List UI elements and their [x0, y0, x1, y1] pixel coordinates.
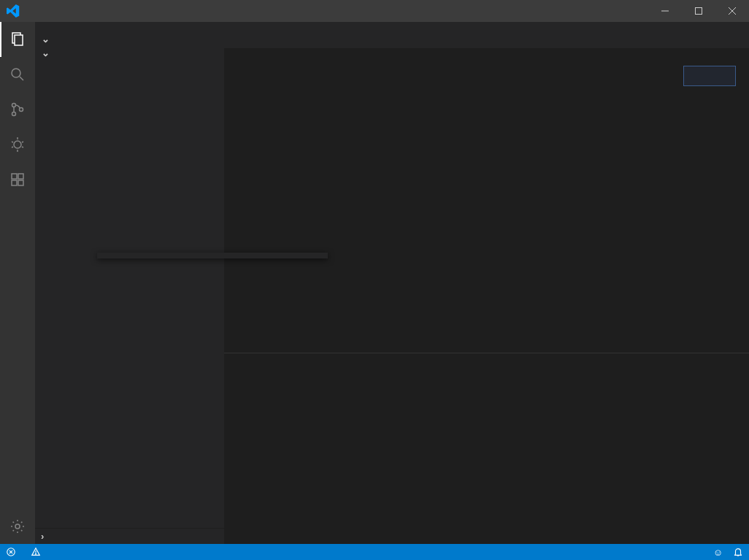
workspace-header[interactable]: ⌄	[35, 46, 224, 60]
status-bar: ☺	[0, 544, 749, 560]
status-bell-icon[interactable]	[733, 547, 743, 557]
minimap[interactable]	[680, 64, 739, 108]
activity-scm[interactable]	[0, 92, 35, 127]
svg-rect-12	[12, 174, 17, 179]
svg-rect-5	[15, 35, 23, 45]
svg-rect-14	[18, 180, 23, 185]
svg-line-7	[20, 77, 23, 80]
breadcrumbs[interactable]	[224, 48, 749, 64]
close-button[interactable]	[715, 0, 749, 22]
activity-bar	[0, 22, 35, 544]
activity-extensions[interactable]	[0, 162, 35, 197]
status-feedback-icon[interactable]: ☺	[713, 547, 723, 558]
problems-body	[224, 378, 749, 384]
activity-explorer[interactable]	[0, 22, 35, 57]
status-warnings[interactable]	[31, 547, 50, 558]
bottom-panel	[224, 353, 749, 544]
sidebar-title	[35, 22, 224, 32]
titlebar	[0, 0, 749, 22]
panel-tabs	[224, 353, 749, 378]
svg-point-9	[12, 112, 16, 116]
svg-rect-15	[18, 174, 23, 179]
svg-rect-13	[12, 180, 17, 185]
svg-point-16	[15, 524, 20, 529]
svg-point-6	[12, 69, 20, 77]
svg-point-21	[35, 553, 36, 554]
activity-settings[interactable]	[0, 509, 35, 544]
svg-rect-1	[696, 8, 702, 15]
editor-tabs	[224, 22, 749, 48]
sidebar-explorer: ⌄ ⌄ ›	[35, 22, 224, 544]
chevron-right-icon: ›	[41, 531, 45, 542]
chevron-down-icon: ⌄	[41, 47, 51, 58]
vscode-logo	[0, 4, 26, 18]
activity-debug[interactable]	[0, 127, 35, 162]
context-menu	[97, 253, 328, 258]
maximize-button[interactable]	[682, 0, 715, 22]
activity-search[interactable]	[0, 57, 35, 92]
status-errors[interactable]	[6, 547, 25, 558]
outline-header[interactable]: ›	[35, 528, 224, 544]
minimize-button[interactable]	[648, 0, 682, 22]
chevron-down-icon: ⌄	[41, 34, 51, 45]
svg-point-11	[14, 141, 21, 148]
svg-point-10	[20, 108, 23, 112]
open-editors-header[interactable]: ⌄	[35, 32, 224, 46]
svg-point-8	[12, 104, 16, 107]
